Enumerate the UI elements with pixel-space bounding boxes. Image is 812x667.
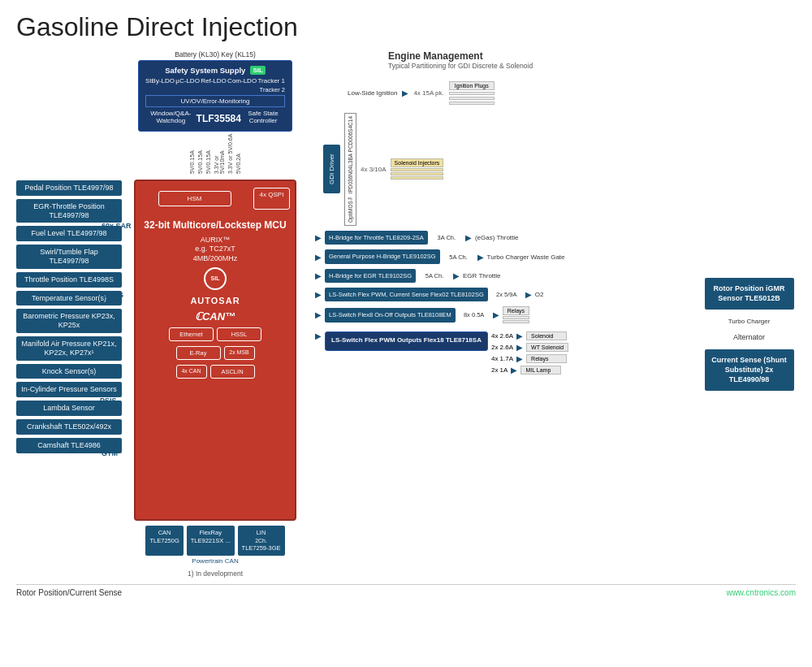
ls-switch2-row: ▶ LS-Switch Flex8 On-Off Outputs TLE8108… — [315, 306, 698, 323]
com-ldo-label: Com-LDO — [227, 77, 257, 84]
page-container: Gasoline Direct Injection Pedal Position… — [0, 0, 812, 667]
mcu-sent-label: SENT — [100, 352, 119, 360]
sensor-swirl: Swirl/Tumble Flap TLE4997/98 — [16, 245, 122, 269]
ignition-plugs: Ignition Plugs — [449, 81, 495, 105]
ls-switch1-spec: 2x 5/9A — [491, 291, 522, 298]
left-sensors-column: Pedal Position TLE4997/98 EGR-Throttle P… — [16, 180, 122, 578]
sensor-incylinder: In-Cylinder Pressure Sensors — [16, 382, 122, 397]
tlf-name: TLF35584 — [197, 113, 241, 124]
mcu-sar-label: 60x SAR — [102, 222, 132, 230]
volt2: 5V/0.15A — [197, 133, 203, 174]
ls-bottom-outputs: 4x 2.6A ▶ Solenoid 2x 2.6A ▶ WT Solenoid… — [491, 331, 568, 375]
hbridge-gp-row: ▶ General Purpose H-Bridge TLE9102SG 5A … — [315, 249, 698, 263]
can4x-box: 4x CAN — [176, 365, 207, 379]
hbridge-egr-spec: 5A Ch. — [419, 272, 450, 279]
eth-hssl-row: Ethernet HSSL — [140, 327, 290, 341]
ignition-area: Low-Side Ignition ▶ 4x 15A pk. Ignition … — [348, 81, 698, 105]
ls-bottom-box: LS-Switch Flex PWM Outputs Flex18 TLE871… — [325, 331, 488, 351]
msb-box: 2x MSB — [224, 346, 255, 360]
ls-switch1-box: LS-Switch Flex PWM, Current Sense Flex02… — [325, 288, 488, 301]
bottom-note: 1) In development — [188, 570, 243, 578]
gdi-driver-row: GDI Driver OptiMOS™ IPD036N04L3BA PCD006… — [323, 113, 698, 226]
hbridge-throttle-row: ▶ H-Bridge for Throttle TLE8209-2SA 3A C… — [315, 231, 698, 245]
gdi-driver-box: GDI Driver — [323, 145, 340, 193]
hsm-qspi-row: HSM 4x QSPI — [140, 188, 290, 210]
current-sense-box: Current Sense (Shunt Substitute) 2x TLE4… — [705, 349, 794, 391]
sensor-baro: Barometric Pressure KP23x, KP25x — [16, 309, 122, 333]
mcu-freq-label: 4MB/200MHz — [193, 254, 238, 264]
eray-msb-row: E-Ray 2x MSB — [140, 346, 290, 360]
safety-supply-box: Safety System Supply SIL StBy-LDO µC-LDO… — [138, 60, 292, 132]
sil-badge: SIL — [250, 66, 265, 75]
hbridge-egr-target: EGR Throttle — [463, 272, 501, 279]
volt6: 5V/0.2A — [235, 133, 241, 174]
flexray-bus-box: FlexRay TLE9221SX ... — [187, 526, 235, 556]
sensor-pedal: Pedal Position TLE4997/98 — [16, 180, 122, 196]
hbridge-gp-box: General Purpose H-Bridge TLE9102SG — [325, 249, 440, 263]
ls-bottom-row: ▶ LS-Switch Flex PWM Outputs Flex18 TLE8… — [315, 331, 698, 375]
hbridge-throttle-box: H-Bridge for Throttle TLE8209-2SA — [325, 231, 428, 245]
stby-ldo-label: StBy-LDO — [145, 77, 175, 84]
arrow6: ▶ — [315, 331, 322, 340]
powertrain-can-label: Powertrain CAN — [192, 557, 238, 565]
mcu-box: 60x SAR 6x DS SENT PSIS GTM HSM 4x QSPI … — [134, 180, 296, 521]
arrow1: ▶ — [315, 233, 322, 242]
arrow3: ▶ — [315, 271, 322, 280]
window-watchdog-label: Window/Q&A-Watchdog — [145, 110, 197, 126]
ls-switch2-box: LS-Switch Flex8 On-Off Outputs TLE8108EM — [325, 308, 456, 322]
hbridge-egr-box: H-Bridge for EGR TLE9102SG — [325, 269, 416, 283]
tracker2-label: Tracker 2 — [260, 86, 285, 93]
volt5: 3.3V or 5V/0.6A — [227, 133, 233, 174]
ignition-count: 4x 15A pk. — [413, 89, 443, 97]
lin-bus-box: LIN 2Ch. TLE7259-3GE — [238, 526, 285, 556]
volt1: 5V/0.15A — [189, 133, 195, 174]
can-bus-box: CAN TLE7250G — [145, 526, 183, 556]
can-logo: ℂCAN™ — [195, 310, 235, 323]
mcu-sil-logo: SIL — [204, 267, 227, 290]
hbridge-gp-target: Turbo Charger Waste Gate — [487, 253, 565, 261]
optimos-box: OptiMOS™ IPD036N04L3BA PCD006S4C14 — [344, 113, 356, 226]
hbridge-gp-spec: 5A Ch. — [443, 253, 474, 261]
mcu-gtm-label: GTM — [102, 449, 118, 457]
ls-switch1-row: ▶ LS-Switch Flex PWM, Current Sense Flex… — [315, 288, 698, 301]
mcu-aurix-label: AURIX™ — [201, 236, 231, 245]
autosar-label: AUTOSAR — [190, 296, 240, 305]
turbo-charger-label: Turbo Charger — [728, 318, 771, 325]
ethernet-box: Ethernet — [169, 327, 214, 341]
ignition-label: Low-Side Ignition — [348, 89, 397, 97]
far-right-column: Rotor Position iGMR Sensor TLE5012B Turb… — [702, 278, 796, 578]
arrow2: ▶ — [315, 253, 322, 262]
voltage-labels-row: 5V/0.15A 5V/0.15A 5V/0.15A 3.3V or 5V/10… — [189, 133, 241, 174]
safety-supply-title: Safety System Supply — [165, 66, 245, 75]
qspi-box: 4x QSPI — [253, 188, 290, 210]
hbridge-throttle-spec: 3A Ch. — [431, 234, 462, 241]
right-section: Engine Management Typical Partitioning f… — [307, 50, 698, 578]
ls-switch1-target: O2 — [535, 291, 544, 298]
ref-ldo-label: Ref-LDO — [201, 77, 227, 84]
hssl-box: HSSL — [217, 327, 261, 341]
can4x-asclin-row: 4x CAN ASCLIN — [140, 365, 290, 379]
solenoid-injectors: Solenoid Injectors — [391, 158, 444, 180]
ignition-arrow: ▶ — [402, 89, 408, 97]
solenoid-count: 4x 3/10A — [361, 166, 387, 173]
tracker1-label: Tracker 1 — [257, 77, 285, 84]
page-title: Gasoline Direct Injection — [16, 12, 796, 42]
battery-label: Battery (KL30) Key (KL15) — [175, 50, 256, 58]
engine-mgmt-header: Engine Management Typical Partitioning f… — [388, 50, 698, 70]
arrow4: ▶ — [315, 290, 322, 299]
rotor-position-box: Rotor Position iGMR Sensor TLE5012B — [705, 278, 794, 310]
sensor-knock: Knock Sensor(s) — [16, 364, 122, 379]
sensor-throttle: Throttle Position TLE4998S — [16, 272, 122, 288]
mcu-psis-label: PSIS — [100, 396, 117, 405]
bus-row: CAN TLE7250G FlexRay TLE9221SX ... LIN 2… — [145, 526, 284, 556]
mcu-main-label: 32-bit Multicore/Lockstep MCU — [144, 219, 286, 232]
bottom-bar: Rotor Position/Current Sense www.cntroni… — [16, 584, 796, 597]
rotor-label: Rotor Position/Current Sense — [16, 588, 122, 597]
sensor-egr-throttle: EGR-Throttle Position TLE4997/98 — [16, 199, 122, 223]
ls-switch2-spec: 8x 0.5A — [459, 311, 490, 318]
relay-stack: Relays — [503, 306, 529, 323]
website-label: www.cntronics.com — [726, 588, 796, 597]
output-rows: ▶ H-Bridge for Throttle TLE8209-2SA 3A C… — [315, 231, 698, 375]
volt4: 3.3V or 5V/10mA — [214, 133, 225, 174]
uv-row: UV/OV/Error-Monitoring — [145, 95, 285, 107]
